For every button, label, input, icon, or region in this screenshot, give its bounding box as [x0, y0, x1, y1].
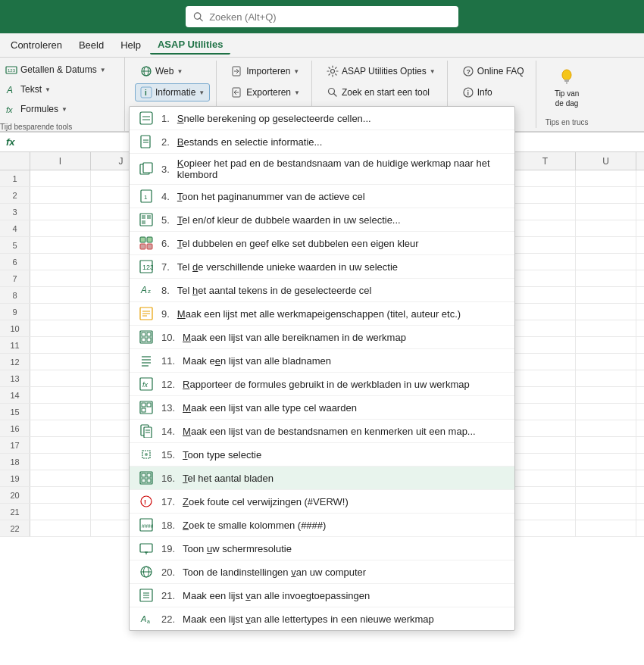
grid-cell[interactable] — [515, 187, 576, 203]
menu-item-controleren[interactable]: Controleren — [3, 36, 70, 54]
dropdown-item-10[interactable]: 10. Maak een lijst van alle bereiknamen … — [130, 326, 514, 349]
grid-cell[interactable] — [576, 387, 636, 403]
grid-cell[interactable] — [515, 454, 576, 470]
grid-cell[interactable] — [30, 237, 91, 253]
grid-cell[interactable] — [515, 470, 576, 486]
grid-cell[interactable] — [515, 220, 576, 236]
grid-cell[interactable] — [576, 337, 636, 353]
toolbar-btn-getallen[interactable]: 123 Getallen & Datums ▼ — [0, 61, 124, 79]
dropdown-item-5[interactable]: 5. Tel en/of kleur de dubbele waarden in… — [130, 208, 514, 232]
grid-cell[interactable] — [576, 504, 636, 520]
menu-item-beeld[interactable]: Beeld — [71, 36, 111, 54]
grid-cell[interactable] — [30, 304, 91, 320]
dropdown-item-22[interactable]: Aa 22. Maak een lijst van alle lettertyp… — [130, 607, 514, 630]
grid-cell[interactable] — [515, 404, 576, 420]
grid-cell[interactable] — [576, 470, 636, 486]
dropdown-item-20[interactable]: 20. Toon de landinstellingen van uw comp… — [130, 560, 514, 584]
grid-cell[interactable] — [576, 437, 636, 453]
grid-cell[interactable] — [30, 320, 91, 336]
dropdown-item-2[interactable]: 2. Bestands en selectie informatie... — [130, 130, 514, 154]
grid-cell[interactable] — [30, 170, 91, 186]
grid-cell[interactable] — [576, 420, 636, 436]
grid-cell[interactable] — [515, 254, 576, 270]
toolbar-btn-tekst[interactable]: A Tekst ▼ — [0, 80, 124, 98]
grid-cell[interactable] — [30, 220, 91, 236]
dropdown-item-8[interactable]: Az 8. Tel het aantal tekens in de gesele… — [130, 279, 514, 302]
search-input-wrap[interactable] — [186, 6, 458, 27]
ribbon-btn-importeren[interactable]: Importeren ▼ — [226, 62, 305, 80]
grid-cell[interactable] — [30, 504, 91, 520]
grid-cell[interactable] — [576, 370, 636, 386]
dropdown-item-6[interactable]: 6. Tel dubbelen en geef elke set dubbele… — [130, 232, 514, 255]
grid-cell[interactable] — [515, 387, 576, 403]
grid-cell[interactable] — [30, 337, 91, 353]
grid-cell[interactable] — [576, 287, 636, 303]
grid-cell[interactable] — [515, 354, 576, 370]
grid-cell[interactable] — [576, 187, 636, 203]
grid-cell[interactable] — [576, 254, 636, 270]
dropdown-item-21[interactable]: 21. Maak een lijst van alle invoegtoepas… — [130, 584, 514, 607]
grid-cell[interactable] — [515, 204, 576, 220]
ribbon-btn-web[interactable]: Web ▼ — [135, 62, 188, 80]
grid-cell[interactable] — [30, 437, 91, 453]
grid-cell[interactable] — [30, 354, 91, 370]
grid-cell[interactable] — [576, 220, 636, 236]
grid-cell[interactable] — [515, 520, 576, 536]
dropdown-item-15[interactable]: 15. Toon type selectie — [130, 443, 514, 467]
grid-cell[interactable] — [576, 320, 636, 336]
search-input[interactable] — [209, 11, 451, 23]
grid-cell[interactable] — [576, 404, 636, 420]
grid-cell[interactable] — [515, 337, 576, 353]
dropdown-item-16[interactable]: 16. Tel het aantal bladen — [130, 467, 514, 490]
menu-item-help[interactable]: Help — [113, 36, 148, 54]
grid-cell[interactable] — [30, 454, 91, 470]
ribbon-btn-asap-opties[interactable]: ASAP Utilities Opties ▼ — [321, 62, 441, 80]
grid-cell[interactable] — [576, 304, 636, 320]
grid-cell[interactable] — [515, 487, 576, 503]
grid-cell[interactable] — [576, 270, 636, 286]
ribbon-btn-informatie[interactable]: i Informatie ▼ — [135, 83, 210, 101]
dropdown-item-17[interactable]: ! 17. Zoek foute cel verwijzingen (#VERW… — [130, 490, 514, 514]
grid-cell[interactable] — [515, 270, 576, 286]
dropdown-item-7[interactable]: 123 7. Tel de verschillende unieke waard… — [130, 255, 514, 279]
grid-cell[interactable] — [515, 504, 576, 520]
dropdown-item-14[interactable]: 14. Maak een lijst van de bestandsnamen … — [130, 420, 514, 443]
grid-cell[interactable] — [30, 270, 91, 286]
grid-cell[interactable] — [576, 204, 636, 220]
dropdown-item-12[interactable]: fx 12. Rapporteer de formules gebruikt i… — [130, 373, 514, 396]
grid-cell[interactable] — [576, 454, 636, 470]
dropdown-item-3[interactable]: 3. Kopieer het pad en de bestandsnaam va… — [130, 154, 514, 185]
grid-cell[interactable] — [576, 520, 636, 536]
grid-cell[interactable] — [576, 237, 636, 253]
grid-cell[interactable] — [515, 370, 576, 386]
ribbon-btn-info[interactable]: i Info — [457, 83, 498, 101]
toolbar-btn-formules[interactable]: fx Formules ▼ — [0, 100, 124, 118]
dropdown-item-19[interactable]: 19. Toon uw schermresolutie — [130, 537, 514, 560]
grid-cell[interactable] — [515, 237, 576, 253]
dropdown-item-1[interactable]: 1. Snelle berekening op geselecteerde ce… — [130, 107, 514, 130]
dropdown-item-9[interactable]: 9. Maak een lijst met alle werkmapeigens… — [130, 302, 514, 326]
grid-cell[interactable] — [30, 420, 91, 436]
grid-cell[interactable] — [515, 437, 576, 453]
dropdown-item-4[interactable]: 1 4. Toon het paginanummer van de actiev… — [130, 185, 514, 208]
grid-cell[interactable] — [515, 170, 576, 186]
grid-cell[interactable] — [30, 470, 91, 486]
grid-cell[interactable] — [576, 354, 636, 370]
grid-cell[interactable] — [30, 204, 91, 220]
ribbon-btn-zoek-start[interactable]: Zoek en start een tool — [321, 83, 435, 101]
grid-cell[interactable] — [576, 170, 636, 186]
grid-cell[interactable] — [515, 304, 576, 320]
grid-cell[interactable] — [515, 320, 576, 336]
ribbon-btn-online-faq[interactable]: ? Online FAQ — [457, 62, 530, 80]
grid-cell[interactable] — [576, 487, 636, 503]
grid-cell[interactable] — [515, 420, 576, 436]
grid-cell[interactable] — [30, 187, 91, 203]
ribbon-btn-tip-van-dag[interactable]: Tip vande dag — [548, 62, 586, 112]
grid-cell[interactable] — [30, 520, 91, 536]
grid-cell[interactable] — [30, 287, 91, 303]
dropdown-item-11[interactable]: 11. Maak een lijst van alle bladnamen — [130, 349, 514, 373]
grid-cell[interactable] — [30, 254, 91, 270]
grid-cell[interactable] — [515, 287, 576, 303]
dropdown-item-13[interactable]: 13. Maak een lijst van alle type cel waa… — [130, 396, 514, 420]
menu-item-asap[interactable]: ASAP Utilities — [150, 36, 230, 55]
